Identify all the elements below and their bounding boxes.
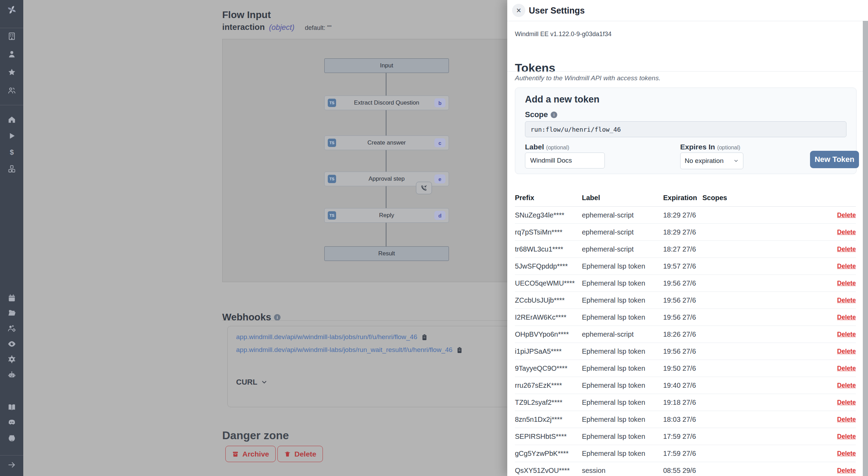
user-settings-drawer: × User Settings Windmill EE v1.122.0-9-g… [507, 0, 868, 476]
delete-token-link[interactable]: Delete [837, 331, 856, 338]
token-label-input[interactable] [525, 153, 605, 169]
token-expiration: 18:29 27/6 [663, 211, 702, 219]
typescript-badge: TS [328, 139, 336, 147]
delete-token-link[interactable]: Delete [837, 382, 856, 389]
person-icon[interactable] [7, 49, 17, 59]
flow-node-extract-discord-question[interactable]: TS Extract Discord Question b [324, 96, 449, 110]
flow-node-result[interactable]: Result [324, 246, 449, 261]
dollar-icon[interactable]: $ [7, 147, 17, 157]
github-icon[interactable] [7, 433, 17, 443]
token-prefix: 8zn5n1Dx2j**** [515, 416, 582, 424]
close-icon[interactable]: × [512, 4, 525, 17]
webhook-url-run-wait-result[interactable]: app.windmill.dev/api/w/windmill-labs/job… [236, 346, 452, 354]
expires-in-select[interactable]: No expiration [680, 153, 743, 169]
table-row: TZ9L2syaf2**** Ephemeral lsp token 19:18… [515, 394, 856, 411]
archive-flow-button[interactable]: Archive [225, 446, 276, 462]
delete-token-link[interactable]: Delete [837, 450, 856, 457]
flow-node-reply[interactable]: TS Reply d [324, 208, 449, 223]
token-label: Ephemeral lsp token [582, 399, 663, 407]
delete-token-link[interactable]: Delete [837, 467, 856, 474]
suspend-step-badge[interactable] [416, 182, 432, 194]
delete-token-link[interactable]: Delete [837, 399, 856, 406]
delete-token-link[interactable]: Delete [837, 314, 856, 321]
users-icon[interactable] [7, 85, 17, 95]
building-icon[interactable] [7, 31, 17, 41]
table-row: I2RErAW6Kc**** Ephemeral lsp token 19:56… [515, 309, 856, 326]
expires-field-label: Expires In(optional) [680, 143, 740, 151]
typescript-badge: TS [328, 175, 336, 183]
token-label: Ephemeral lsp token [582, 262, 663, 270]
delete-token-link[interactable]: Delete [837, 229, 856, 236]
delete-flow-button[interactable]: Delete [277, 446, 323, 462]
arrow-right-icon[interactable] [7, 460, 17, 470]
tokens-heading: Tokens [515, 61, 556, 75]
token-label: Ephemeral lsp token [582, 296, 663, 304]
star-icon[interactable] [7, 67, 17, 77]
token-expiration: 19:56 27/6 [663, 313, 702, 321]
play-icon[interactable] [7, 131, 17, 141]
table-row: UECO5qeWMU**** Ephemeral lsp token 19:56… [515, 275, 856, 292]
step-id-badge: c [434, 138, 445, 147]
flow-node-input[interactable]: Input [324, 58, 449, 73]
table-row: 5JwSFQpddp**** Ephemeral lsp token 19:57… [515, 258, 856, 275]
token-label: Ephemeral lsp token [582, 313, 663, 321]
token-label: ephemeral-script [582, 330, 663, 338]
delete-token-link[interactable]: Delete [837, 212, 856, 219]
token-label: Ephemeral lsp token [582, 347, 663, 355]
new-token-button[interactable]: New Token [810, 151, 859, 168]
eye-icon[interactable] [7, 339, 17, 349]
field-type: (object) [269, 23, 294, 32]
copy-clipboard-icon[interactable] [422, 334, 427, 341]
book-icon[interactable] [7, 402, 17, 412]
folder-open-icon[interactable] [7, 308, 17, 318]
discord-icon[interactable] [7, 417, 17, 427]
info-icon[interactable]: i [551, 112, 557, 118]
delete-token-link[interactable]: Delete [837, 297, 856, 304]
copy-clipboard-icon[interactable] [457, 346, 462, 354]
table-row: ZCcbUsJUjb**** Ephemeral lsp token 19:56… [515, 292, 856, 309]
page-title: Flow Input [222, 9, 271, 20]
token-prefix: i1piJPSaA5**** [515, 347, 582, 355]
flow-input-field: interaction (object) default: "" [222, 22, 332, 32]
delete-token-link[interactable]: Delete [837, 365, 856, 372]
robot-icon[interactable] [7, 370, 17, 380]
webhook-url-run[interactable]: app.windmill.dev/api/w/windmill-labs/job… [236, 333, 417, 341]
calendar-icon[interactable] [7, 293, 17, 303]
drawer-title: User Settings [529, 0, 585, 21]
cubes-icon[interactable] [7, 164, 17, 174]
token-expiration: 19:18 27/6 [663, 399, 702, 407]
sidebar: $ [0, 0, 23, 476]
section-divider [507, 71, 863, 72]
sidebar-divider [0, 455, 23, 456]
flow-node-create-answer[interactable]: TS Create answer c [324, 136, 449, 150]
token-expiration: 18:03 27/6 [663, 416, 702, 424]
token-prefix: tr68WL3cu1**** [515, 245, 582, 253]
windmill-logo-icon[interactable] [7, 5, 17, 15]
typescript-badge: TS [328, 211, 336, 220]
token-expiration: 19:50 27/6 [663, 364, 702, 372]
delete-token-link[interactable]: Delete [837, 433, 856, 440]
delete-token-link[interactable]: Delete [837, 280, 856, 287]
delete-token-link[interactable]: Delete [837, 416, 856, 423]
info-icon[interactable]: i [274, 314, 281, 321]
delete-token-link[interactable]: Delete [837, 246, 856, 253]
sidebar-divider [0, 28, 23, 28]
token-prefix: rq7pSTsiMn**** [515, 228, 582, 236]
webhook-row: app.windmill.dev/api/w/windmill-labs/job… [236, 333, 427, 341]
gear-icon[interactable] [7, 354, 17, 364]
table-row: QsXY51ZvOU**** session 08:55 29/6 Delete [515, 462, 856, 476]
delete-token-link[interactable]: Delete [837, 263, 856, 270]
svg-text:$: $ [10, 148, 14, 156]
curl-toggle[interactable]: CURL [236, 378, 268, 387]
drawer-scrollbar[interactable] [863, 21, 868, 476]
table-row: i1piJPSaA5**** Ephemeral lsp token 19:56… [515, 343, 856, 360]
token-label: ephemeral-script [582, 245, 663, 253]
token-expiration: 19:57 27/6 [663, 262, 702, 270]
token-prefix: TZ9L2syaf2**** [515, 399, 582, 407]
delete-token-link[interactable]: Delete [837, 348, 856, 355]
token-prefix: I2RErAW6Kc**** [515, 313, 582, 321]
token-label: session [582, 467, 663, 475]
home-icon[interactable] [7, 115, 17, 124]
scope-input[interactable] [525, 121, 846, 137]
users-gear-icon[interactable] [7, 323, 17, 333]
